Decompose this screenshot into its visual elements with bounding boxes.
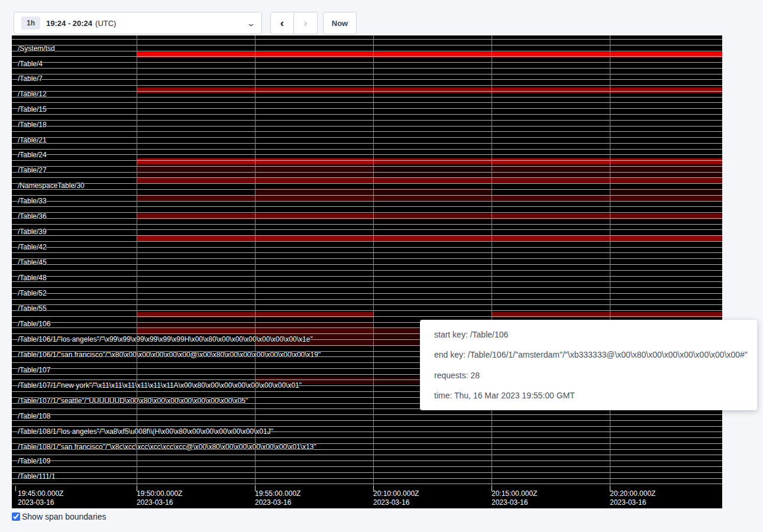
span-boundary-line [12, 172, 722, 173]
heat-band[interactable] [137, 87, 255, 93]
timezone-label: (UTC) [95, 19, 116, 28]
heat-band[interactable] [373, 164, 492, 171]
span-boundary-line [12, 39, 722, 40]
key-span-label: /Table/42 [18, 243, 47, 252]
time-range-dropdown[interactable]: 1h 19:24 - 20:24 (UTC) ⌄ [14, 12, 262, 34]
show-span-boundaries-label[interactable]: Show span boundaries [22, 512, 106, 521]
span-boundary-line [12, 420, 722, 421]
span-boundary-line [12, 310, 722, 311]
span-boundary-line [12, 183, 722, 184]
span-boundary-line [12, 201, 722, 202]
heat-band[interactable] [492, 177, 610, 183]
axis-tick [15, 486, 16, 491]
heat-band[interactable] [610, 177, 722, 183]
key-span-label: /Table/18 [18, 121, 47, 129]
time-axis-label: 19:45:00.000Z2023-03-16 [18, 489, 63, 507]
time-axis-label: 20:10:00.000Z2023-03-16 [373, 489, 419, 507]
span-boundary-line [12, 137, 722, 138]
key-span-label: /Table/55 [18, 304, 47, 313]
heat-band[interactable] [610, 195, 722, 201]
span-boundary-line [12, 102, 722, 103]
heat-band[interactable] [255, 235, 373, 241]
show-span-boundaries-checkbox[interactable] [12, 512, 20, 521]
span-boundary-line [12, 45, 722, 46]
heat-band[interactable] [492, 158, 610, 164]
axis-date: 2023-03-16 [610, 498, 655, 507]
span-boundary-line [12, 426, 722, 427]
key-span-label: /Table/106 [18, 320, 50, 329]
heat-band[interactable] [492, 87, 610, 93]
key-span-label: /Table/108/1/"los angeles"/"\xa8\xf5\u00… [18, 427, 273, 436]
heat-band[interactable] [610, 87, 722, 93]
key-span-label: /Table/36 [18, 212, 47, 221]
time-column-line [492, 35, 492, 486]
axis-time: 20:10:00.000Z [373, 489, 419, 498]
span-boundary-line [12, 91, 722, 92]
heat-band[interactable] [610, 158, 722, 164]
time-column-line [137, 35, 137, 486]
key-span-label: /Table/39 [18, 228, 47, 236]
heat-band[interactable] [373, 87, 492, 93]
heat-band[interactable] [610, 164, 722, 171]
span-boundary-line [12, 270, 722, 271]
span-boundary-line [12, 466, 722, 467]
span-boundary-line [12, 299, 722, 300]
span-boundary-line [12, 160, 722, 161]
heat-band[interactable] [255, 164, 373, 171]
span-boundary-line [12, 189, 722, 190]
time-axis-label: 20:15:00.000Z2023-03-16 [492, 489, 537, 507]
span-boundary-line [12, 177, 722, 178]
heat-band[interactable] [137, 195, 255, 201]
heat-band[interactable] [492, 235, 610, 241]
heat-band[interactable] [255, 195, 373, 201]
span-tooltip: start key: /Table/106 end key: /Table/10… [420, 320, 757, 410]
span-boundary-line [12, 154, 722, 155]
footer-controls: Show span boundaries [12, 512, 106, 521]
span-boundary-line [12, 304, 722, 305]
previous-range-button[interactable]: ‹ [270, 12, 294, 34]
heat-band[interactable] [255, 158, 373, 164]
heat-band[interactable] [373, 158, 492, 164]
now-button[interactable]: Now [323, 12, 357, 34]
range-nav-group: ‹ › [270, 12, 318, 34]
span-boundary-line [12, 293, 722, 294]
span-boundary-line [12, 108, 722, 109]
heat-band[interactable] [610, 235, 722, 241]
preset-badge: 1h [21, 17, 40, 30]
heat-band[interactable] [492, 164, 610, 171]
time-axis-label: 19:50:00.000Z2023-03-16 [137, 489, 182, 507]
span-boundary-line [12, 114, 722, 115]
span-boundary-line [12, 484, 722, 484]
key-visualizer-page: 1h 19:24 - 20:24 (UTC) ⌄ ‹ › Now /System… [0, 0, 763, 532]
key-span-label: /Table/108 [18, 412, 50, 421]
key-span-label: /Table/106/1/"los angeles"/"\x99\x99\x99… [18, 335, 313, 344]
next-range-button[interactable]: › [294, 12, 318, 34]
span-boundary-line [12, 97, 722, 98]
key-span-label: /Table/52 [18, 289, 47, 298]
span-boundary-line [12, 206, 722, 207]
span-boundary-line [12, 218, 722, 219]
heatmap-plot[interactable]: /System/tsd/Table/4/Table/7/Table/12/Tab… [12, 35, 722, 486]
key-span-label: /Table/33 [18, 197, 47, 206]
heat-band[interactable] [373, 177, 492, 183]
span-boundary-line [12, 149, 722, 150]
span-boundary-line [12, 235, 722, 236]
time-range-toolbar: 1h 19:24 - 20:24 (UTC) ⌄ ‹ › Now [14, 12, 357, 34]
heat-band[interactable] [255, 177, 373, 183]
heat-band[interactable] [492, 195, 610, 201]
key-visualizer-heatmap[interactable]: /System/tsd/Table/4/Table/7/Table/12/Tab… [12, 35, 722, 508]
heat-band[interactable] [373, 195, 492, 201]
span-boundary-line [12, 258, 722, 259]
heat-band[interactable] [137, 158, 255, 164]
heat-band[interactable] [373, 235, 492, 241]
time-range-text: 19:24 - 20:24 [46, 19, 92, 28]
key-span-label: /Table/4 [18, 60, 43, 69]
heat-band[interactable] [137, 177, 255, 183]
heat-band[interactable] [255, 87, 373, 93]
span-boundary-line [12, 224, 722, 225]
span-boundary-line [12, 166, 722, 167]
heat-band[interactable] [137, 164, 255, 171]
span-boundary-line [12, 287, 722, 288]
heat-band[interactable] [137, 235, 255, 241]
span-boundary-line [12, 252, 722, 253]
